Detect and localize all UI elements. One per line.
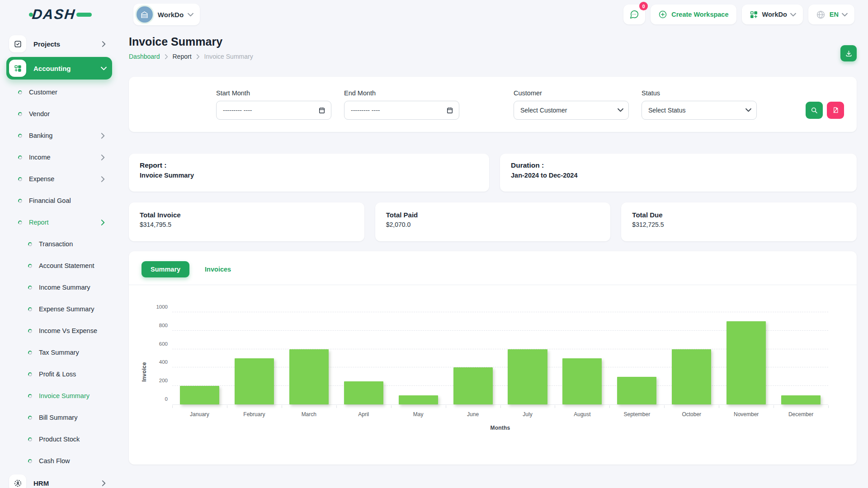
- bullet-icon: [28, 285, 33, 290]
- sidebar-item-report[interactable]: Report: [6, 211, 112, 233]
- sidebar-item-accounting[interactable]: Accounting: [6, 57, 112, 80]
- sidebar-menu: ProjectsAccountingCustomerVendorBankingI…: [6, 33, 112, 488]
- sidebar-item-cash-flow[interactable]: Cash Flow: [6, 450, 112, 472]
- chart-axis-tick: [664, 405, 665, 408]
- bullet-icon: [18, 112, 23, 117]
- start-month-field: Start Month: [216, 89, 331, 120]
- chart-axis-tick: [555, 405, 555, 408]
- workspace-switcher[interactable]: WorkDo: [133, 4, 200, 25]
- chart-bar-column: [336, 312, 391, 404]
- chart-bar-column: [774, 312, 828, 404]
- search-button[interactable]: [806, 102, 823, 119]
- create-workspace-label: Create Workspace: [671, 11, 728, 18]
- chevron-right-icon: [101, 176, 105, 182]
- chart-x-tick-label: February: [227, 411, 282, 418]
- sidebar-item-vendor[interactable]: Vendor: [6, 103, 112, 125]
- messages-button[interactable]: 0: [623, 5, 645, 24]
- chart-axis-tick: [227, 405, 227, 408]
- chart-bar-column: [282, 312, 336, 404]
- stat-label: Total Paid: [386, 211, 600, 219]
- bullet-icon: [18, 220, 23, 225]
- chart-axis-tick: [828, 405, 829, 408]
- chevron-right-icon: [102, 41, 106, 47]
- chart-x-tick-label: May: [391, 411, 446, 418]
- chart-x-axis-title: Months: [172, 425, 828, 431]
- sidebar-item-tax-summary[interactable]: Tax Summary: [6, 342, 112, 363]
- start-month-input[interactable]: [216, 101, 331, 120]
- language-selector[interactable]: EN: [808, 5, 854, 24]
- report-card-value: Invoice Summary: [140, 172, 478, 179]
- end-month-value[interactable]: [351, 107, 442, 114]
- chart-axis-tick: [446, 405, 446, 408]
- sidebar-item-projects[interactable]: Projects: [6, 33, 112, 55]
- sidebar-item-transaction[interactable]: Transaction: [6, 233, 112, 255]
- sidebar-item-account-statement[interactable]: Account Statement: [6, 255, 112, 277]
- end-month-input[interactable]: [344, 101, 459, 120]
- sidebar-item-product-stock[interactable]: Product Stock: [6, 428, 112, 450]
- top-header: DASH WorkDo 0 Create Workspace WorkDo: [0, 0, 868, 29]
- reset-filter-button[interactable]: [827, 102, 844, 119]
- start-month-label: Start Month: [216, 89, 331, 97]
- sidebar-item-bill-summary[interactable]: Bill Summary: [6, 407, 112, 428]
- bullet-icon: [18, 133, 23, 138]
- sidebar-item-expense[interactable]: Expense: [6, 168, 112, 190]
- file-slash-icon: [832, 107, 839, 113]
- breadcrumb-item-dashboard[interactable]: Dashboard: [129, 53, 160, 60]
- sidebar-item-expense-summary[interactable]: Expense Summary: [6, 298, 112, 320]
- customer-label: Customer: [514, 89, 629, 97]
- duration-card-title: Duration :: [511, 161, 846, 169]
- stat-label: Total Invoice: [140, 211, 354, 219]
- stat-value: $2,070.0: [386, 221, 600, 228]
- download-icon: [845, 50, 853, 57]
- breadcrumb-separator-icon: [165, 54, 168, 59]
- chart-bar-column: [664, 312, 719, 404]
- chart-x-tick-label: July: [500, 411, 555, 418]
- sidebar-item-income-vs-expense[interactable]: Income Vs Expense: [6, 320, 112, 342]
- breadcrumb-item-report[interactable]: Report: [173, 53, 192, 60]
- sidebar-item-hrm[interactable]: HRM: [6, 472, 112, 488]
- messages-count-badge: 0: [639, 2, 648, 10]
- sidebar-item-profit-loss[interactable]: Profit & Loss: [6, 363, 112, 385]
- bullet-icon: [28, 328, 33, 333]
- chart-bar-column: [500, 312, 555, 404]
- bar-october: [672, 349, 711, 404]
- sidebar-item-financial-goal[interactable]: Financial Goal: [6, 190, 112, 211]
- tab-summary[interactable]: Summary: [142, 261, 189, 277]
- chart-axis-tick: [282, 405, 282, 408]
- bullet-icon: [18, 90, 23, 95]
- tab-invoices[interactable]: Invoices: [196, 261, 240, 277]
- breadcrumb-item-invoice-summary: Invoice Summary: [204, 53, 253, 60]
- bar-may: [399, 395, 438, 404]
- main-content: Invoice Summary DashboardReportInvoice S…: [129, 29, 857, 465]
- chart-x-tick-label: March: [282, 411, 336, 418]
- sidebar-item-income-summary[interactable]: Income Summary: [6, 277, 112, 298]
- workdo-menu-button[interactable]: WorkDo: [742, 5, 803, 24]
- workspace-name: WorkDo: [158, 11, 184, 19]
- chart-axis-tick: [336, 405, 337, 408]
- workspace-avatar: [137, 6, 153, 23]
- stat-value: $312,725.5: [632, 221, 846, 228]
- report-card: Report : Invoice Summary: [129, 154, 489, 192]
- chart-axis-tick: [774, 405, 774, 408]
- sidebar-item-income[interactable]: Income: [6, 146, 112, 168]
- filter-panel: Start Month End Month Custom: [129, 77, 857, 132]
- chart-y-tick-label: 400: [150, 359, 168, 365]
- chart-x-tick-label: August: [555, 411, 609, 418]
- chart-axis-tick: [172, 405, 173, 408]
- language-label: EN: [830, 11, 839, 18]
- sidebar-item-customer[interactable]: Customer: [6, 81, 112, 103]
- sidebar-item-banking[interactable]: Banking: [6, 125, 112, 146]
- sidebar-item-invoice-summary[interactable]: Invoice Summary: [6, 385, 112, 407]
- bar-january: [180, 386, 219, 404]
- breadcrumb-separator-icon: [196, 54, 200, 59]
- workdo-menu-label: WorkDo: [762, 11, 787, 18]
- start-month-value[interactable]: [223, 107, 314, 114]
- status-select[interactable]: Select Status: [642, 101, 757, 120]
- download-button[interactable]: [840, 45, 857, 61]
- dash-logo[interactable]: DASH: [29, 6, 92, 23]
- create-workspace-button[interactable]: Create Workspace: [651, 5, 736, 24]
- bar-july: [508, 349, 547, 404]
- header-actions: 0 Create Workspace WorkDo EN: [623, 5, 854, 24]
- chat-icon: [629, 9, 639, 19]
- customer-select[interactable]: Select Customer: [514, 101, 629, 120]
